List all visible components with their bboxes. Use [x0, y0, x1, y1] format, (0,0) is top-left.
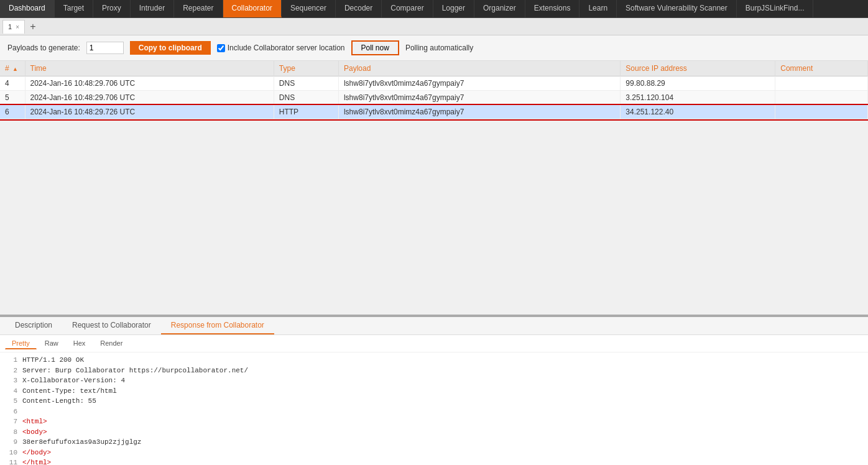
code-line: 5Content-Length: 55	[5, 396, 863, 407]
table-cell: 3.251.120.104	[621, 91, 775, 105]
table-cell: 99.80.88.29	[621, 76, 775, 91]
tab-1[interactable]: 1 ×	[2, 20, 25, 34]
nav-software-vulnerability-scanner[interactable]: Software Vulnerability Scanner	[617, 0, 737, 17]
sub-tab-render[interactable]: Render	[93, 338, 129, 349]
table-row[interactable]: 42024-Jan-16 10:48:29.706 UTCDNSlshw8i7y…	[0, 76, 868, 91]
code-line: 9 38er8efufufox1as9a3up2zjjglgz	[5, 437, 863, 448]
code-area: 1HTTP/1.1 200 OK2Server: Burp Collaborat…	[0, 352, 868, 465]
col-header-time[interactable]: Time	[25, 61, 274, 76]
polling-text: Polling automatically	[405, 44, 473, 52]
code-line: 4Content-Type: text/html	[5, 386, 863, 397]
line-content: <body>	[22, 427, 47, 438]
line-number: 4	[5, 386, 17, 397]
nav-comparer[interactable]: Comparer	[382, 0, 433, 17]
table-cell	[775, 105, 868, 119]
copy-to-clipboard-button[interactable]: Copy to clipboard	[130, 41, 211, 55]
include-location-wrap: Include Collaborator server location	[217, 44, 345, 52]
main-area: # ▲ Time Type Payload Source IP address …	[0, 61, 868, 465]
sub-tab-pretty[interactable]: Pretty	[5, 338, 37, 349]
table-cell: HTTP	[274, 105, 338, 119]
nav-intruder[interactable]: Intruder	[131, 0, 174, 17]
col-header-comment[interactable]: Comment	[775, 61, 868, 76]
table-cell: 34.251.122.40	[621, 105, 775, 119]
line-content: </html>	[22, 458, 51, 465]
top-nav: Dashboard Target Proxy Intruder Repeater…	[0, 0, 868, 18]
col-header-type[interactable]: Type	[274, 61, 338, 76]
line-number: 9	[5, 437, 17, 448]
line-content: <html>	[22, 417, 47, 427]
table-row[interactable]: 62024-Jan-16 10:48:29.726 UTCHTTPlshw8i7…	[0, 105, 868, 119]
table-cell: lshw8i7ytlv8xvt0mimz4a67gympaiy7	[338, 76, 620, 91]
table-cell: DNS	[274, 91, 338, 105]
nav-decoder[interactable]: Decoder	[336, 0, 382, 17]
line-content: Content-Type: text/html	[22, 386, 117, 397]
tab-bar: 1 × +	[0, 18, 868, 35]
table-cell	[775, 91, 868, 105]
table-header-row: # ▲ Time Type Payload Source IP address …	[0, 61, 868, 76]
table-cell: 6	[0, 105, 25, 119]
nav-organizer[interactable]: Organizer	[474, 0, 525, 17]
code-line: 8 <body>	[5, 427, 863, 438]
line-content: 38er8efufufox1as9a3up2zjjglgz	[22, 437, 141, 448]
tab-request-to-collaborator[interactable]: Request to Collaborator	[62, 317, 161, 334]
code-line: 10 </body>	[5, 448, 863, 458]
tab-description[interactable]: Description	[5, 317, 62, 334]
sub-tabs: Pretty Raw Hex Render	[0, 335, 868, 352]
nav-logger[interactable]: Logger	[433, 0, 474, 17]
include-location-checkbox[interactable]	[217, 44, 225, 52]
table-cell: 2024-Jan-16 10:48:29.706 UTC	[25, 91, 274, 105]
code-line: 7<html>	[5, 417, 863, 427]
nav-learn[interactable]: Learn	[579, 0, 617, 17]
nav-collaborator[interactable]: Collaborator	[223, 0, 282, 17]
payloads-label: Payloads to generate:	[7, 44, 80, 52]
line-content: Content-Length: 55	[22, 396, 96, 407]
line-number: 7	[5, 417, 17, 427]
results-table: # ▲ Time Type Payload Source IP address …	[0, 61, 868, 119]
add-tab-button[interactable]: +	[26, 20, 40, 34]
nav-extensions[interactable]: Extensions	[525, 0, 580, 17]
code-line: 6	[5, 407, 863, 417]
line-number: 2	[5, 366, 17, 376]
nav-repeater[interactable]: Repeater	[174, 0, 223, 17]
payloads-input[interactable]	[86, 42, 124, 54]
nav-proxy[interactable]: Proxy	[93, 0, 131, 17]
close-tab-icon[interactable]: ×	[16, 24, 19, 30]
tab-response-from-collaborator[interactable]: Response from Collaborator	[161, 317, 274, 334]
table-cell: 5	[0, 91, 25, 105]
table-cell	[775, 76, 868, 91]
code-line: 1HTTP/1.1 200 OK	[5, 355, 863, 366]
sub-tab-raw[interactable]: Raw	[38, 338, 65, 349]
line-content: X-Collaborator-Version: 4	[22, 375, 125, 386]
nav-target[interactable]: Target	[55, 0, 93, 17]
include-location-label: Include Collaborator server location	[228, 44, 345, 52]
sub-tab-hex[interactable]: Hex	[67, 338, 93, 349]
line-content: </body>	[22, 448, 51, 458]
poll-now-button[interactable]: Poll now	[351, 40, 399, 55]
sort-arrow-icon: ▲	[12, 66, 18, 72]
bottom-tabs: Description Request to Collaborator Resp…	[0, 317, 868, 335]
table-cell: lshw8i7ytlv8xvt0mimz4a67gympaiy7	[338, 105, 620, 119]
col-header-payload[interactable]: Payload	[338, 61, 620, 76]
table-row[interactable]: 52024-Jan-16 10:48:29.706 UTCDNSlshw8i7y…	[0, 91, 868, 105]
table-section: # ▲ Time Type Payload Source IP address …	[0, 61, 868, 316]
line-content: HTTP/1.1 200 OK	[22, 355, 84, 366]
table-cell: 2024-Jan-16 10:48:29.706 UTC	[25, 76, 274, 91]
nav-burp-js-link-finder[interactable]: BurpJSLinkFind...	[737, 0, 814, 17]
toolbar: Payloads to generate: Copy to clipboard …	[0, 35, 868, 61]
table-cell: lshw8i7ytlv8xvt0mimz4a67gympaiy7	[338, 91, 620, 105]
line-content: Server: Burp Collaborator https://burpco…	[22, 366, 248, 376]
nav-sequencer[interactable]: Sequencer	[282, 0, 336, 17]
line-number: 10	[5, 448, 17, 458]
line-number: 11	[5, 458, 17, 465]
line-number: 3	[5, 375, 17, 386]
col-header-id[interactable]: # ▲	[0, 61, 25, 76]
line-number: 8	[5, 427, 17, 438]
line-number: 1	[5, 355, 17, 366]
table-cell: 2024-Jan-16 10:48:29.726 UTC	[25, 105, 274, 119]
nav-dashboard[interactable]: Dashboard	[0, 0, 55, 17]
col-header-source-ip[interactable]: Source IP address	[621, 61, 775, 76]
tab-1-label: 1	[8, 23, 12, 30]
bottom-panel: Description Request to Collaborator Resp…	[0, 316, 868, 465]
table-cell: 4	[0, 76, 25, 91]
line-number: 6	[5, 407, 17, 417]
